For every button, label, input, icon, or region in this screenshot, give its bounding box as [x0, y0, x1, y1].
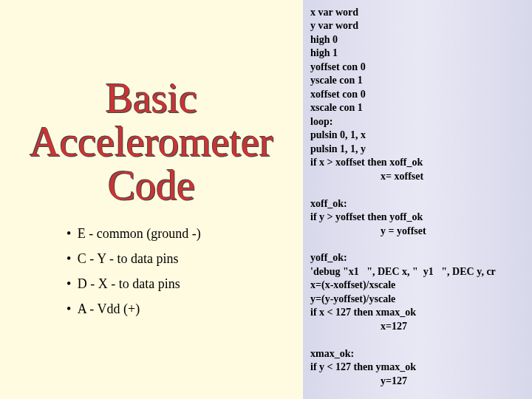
- list-item: E - common (ground -): [66, 221, 201, 246]
- code-line: if y < 127 then ymax_ok: [310, 361, 416, 372]
- code-line: loop:: [310, 116, 332, 127]
- code-panel: x var word y var word high 0 high 1 yoff…: [303, 0, 532, 399]
- code-line: xoff_ok:: [310, 198, 347, 209]
- code-line: yoff_ok:: [310, 252, 347, 263]
- code-line: if x < 127 then xmax_ok: [310, 307, 416, 318]
- list-item: C - Y - to data pins: [66, 246, 201, 271]
- code-line: 'debug "x1 ", DEC x, " y1 ", DEC y, cr: [310, 266, 496, 277]
- code-line: xscale con 1: [310, 102, 363, 113]
- code-line: pulsin 0, 1, x: [310, 129, 366, 140]
- code-line: y var word: [310, 20, 358, 31]
- left-panel: Basic Accelerometer Code E - common (gro…: [0, 0, 303, 399]
- code-line: y = yoffset: [310, 225, 528, 238]
- code-line: x=127: [310, 320, 528, 333]
- code-line: y=(y-yoffset)/yscale: [310, 293, 395, 304]
- code-line: high 0: [310, 34, 338, 45]
- code-line: high 1: [310, 47, 338, 58]
- list-item: A - Vdd (+): [66, 296, 201, 321]
- code-line: yoffset con 0: [310, 61, 366, 72]
- slide-title: Basic Accelerometer Code: [7, 77, 296, 207]
- code-line: if x > xoffset then xoff_ok: [310, 157, 423, 168]
- code-line: xmax_ok:: [310, 348, 354, 359]
- code-line: yscale con 1: [310, 75, 363, 86]
- code-line: if y > yoffset then yoff_ok: [310, 211, 423, 222]
- code-line: x= xoffset: [310, 170, 528, 183]
- code-line: xoffset con 0: [310, 89, 366, 100]
- code-line: pulsin 1, 1, y: [310, 143, 366, 154]
- code-line: x var word: [310, 7, 358, 18]
- code-line: y=127: [310, 375, 528, 388]
- code-line: x=(x-xoffset)/xscale: [310, 279, 395, 290]
- list-item: D - X - to data pins: [66, 271, 201, 296]
- bullet-list: E - common (ground -) C - Y - to data pi…: [7, 221, 201, 322]
